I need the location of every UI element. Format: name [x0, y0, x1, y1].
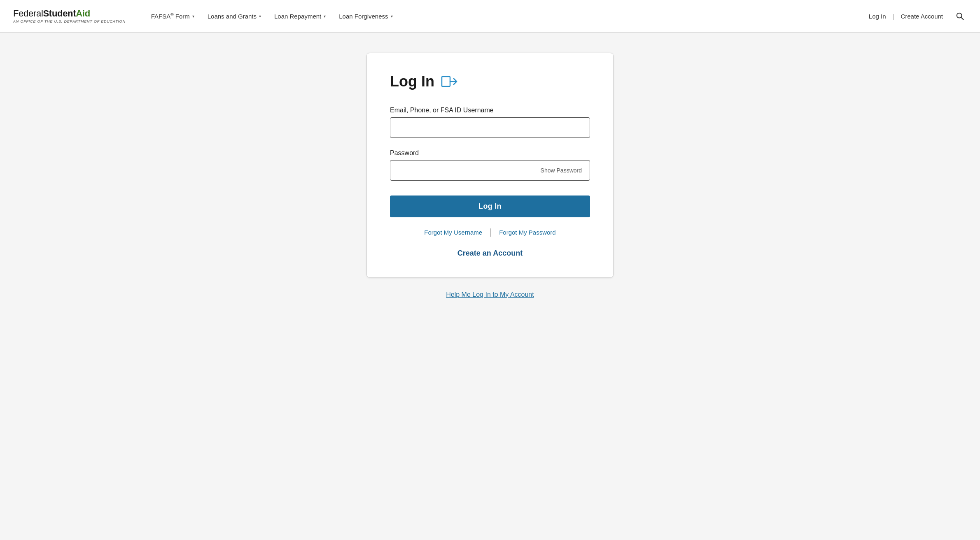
create-account-link[interactable]: Create an Account	[390, 249, 590, 258]
nav-loan-forgiveness-label: Loan Forgiveness	[339, 13, 388, 20]
svg-line-1	[961, 17, 964, 20]
search-button[interactable]	[953, 9, 967, 23]
svg-rect-2	[442, 77, 450, 86]
logo-federal: Federal	[13, 8, 43, 19]
nav-loan-forgiveness[interactable]: Loan Forgiveness ▾	[333, 9, 398, 23]
search-icon	[955, 12, 964, 21]
forgot-username-link[interactable]: Forgot My Username	[416, 227, 490, 237]
nav-actions-divider: |	[893, 13, 894, 20]
logo-subtitle: An Office of the U.S. Department of Educ…	[13, 19, 126, 23]
show-password-button[interactable]: Show Password	[537, 165, 585, 175]
login-title: Log In	[390, 73, 434, 90]
chevron-down-icon: ▾	[391, 14, 393, 19]
sign-in-icon	[441, 73, 457, 90]
svg-point-0	[957, 13, 962, 18]
nav-loans-grants[interactable]: Loans and Grants ▾	[202, 9, 267, 23]
username-label: Email, Phone, or FSA ID Username	[390, 107, 590, 114]
main-nav: FAFSA® Form ▾ Loans and Grants ▾ Loan Re…	[145, 9, 869, 23]
chevron-down-icon: ▾	[192, 14, 194, 19]
logo-student: Student	[43, 8, 76, 19]
login-icon	[441, 73, 457, 90]
nav-loans-grants-label: Loans and Grants	[208, 13, 257, 20]
logo-text: FederalStudentAid	[13, 9, 126, 19]
chevron-down-icon: ▾	[259, 14, 261, 19]
main-content: Log In Email, Phone, or FSA ID Username …	[0, 33, 980, 539]
header-login-link[interactable]: Log In	[869, 13, 886, 20]
chevron-down-icon: ▾	[324, 14, 326, 19]
header-create-account-link[interactable]: Create Account	[901, 13, 943, 20]
help-login-link[interactable]: Help Me Log In to My Account	[446, 291, 534, 298]
site-logo: FederalStudentAid An Office of the U.S. …	[13, 9, 126, 23]
nav-fafsa-form[interactable]: FAFSA® Form ▾	[145, 9, 200, 23]
forgot-links: Forgot My Username Forgot My Password	[390, 227, 590, 237]
nav-loan-repayment[interactable]: Loan Repayment ▾	[268, 9, 331, 23]
nav-actions: Log In | Create Account	[869, 9, 967, 23]
password-wrapper: Show Password	[390, 160, 590, 181]
username-input[interactable]	[390, 117, 590, 138]
password-label: Password	[390, 149, 590, 157]
login-card: Log In Email, Phone, or FSA ID Username …	[366, 53, 614, 278]
card-header: Log In	[390, 73, 590, 90]
username-group: Email, Phone, or FSA ID Username	[390, 107, 590, 138]
nav-fafsa-label: FAFSA® Form	[151, 12, 190, 20]
forgot-password-link[interactable]: Forgot My Password	[491, 227, 564, 237]
site-header: FederalStudentAid An Office of the U.S. …	[0, 0, 980, 33]
logo-aid: Aid	[76, 8, 90, 19]
nav-loan-repayment-label: Loan Repayment	[274, 13, 321, 20]
password-group: Password Show Password	[390, 149, 590, 181]
login-button[interactable]: Log In	[390, 196, 590, 217]
